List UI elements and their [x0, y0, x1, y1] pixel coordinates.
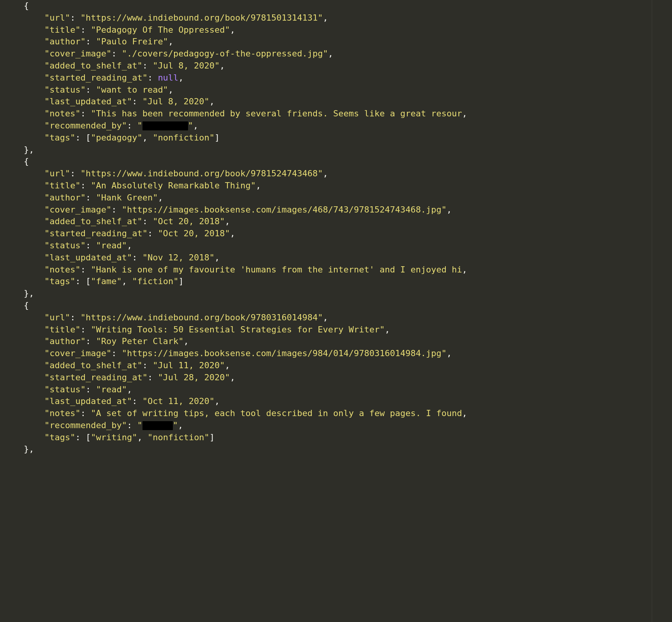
json-comma: ,: [215, 253, 220, 262]
json-colon: :: [142, 61, 153, 70]
json-comma: ,: [323, 313, 328, 322]
json-colon: :: [70, 13, 81, 23]
json-colon: :: [86, 37, 96, 46]
json-key: "started_reading_at": [44, 228, 148, 238]
json-key: "status": [44, 241, 86, 250]
json-string: "Nov 12, 2018": [142, 253, 215, 262]
json-string: "https://www.indiebound.org/book/9781501…: [81, 13, 323, 23]
json-colon: :: [86, 385, 96, 394]
json-string: "Jul 28, 2020": [158, 372, 230, 382]
json-string: "https://images.booksense.com/images/984…: [122, 348, 447, 358]
json-key: "title": [44, 325, 81, 334]
json-comma: ,: [256, 181, 261, 190]
json-string: "A set of writing tips, each tool descri…: [91, 408, 462, 418]
json-key: "cover_image": [44, 348, 111, 358]
json-comma: ,: [385, 325, 390, 334]
json-comma: ,: [193, 121, 198, 130]
json-string: "https://www.indiebound.org/book/9781524…: [81, 169, 323, 178]
json-comma: ,: [230, 228, 235, 238]
json-key: "started_reading_at": [44, 372, 148, 382]
json-comma: ,: [462, 265, 467, 274]
json-string: "This has been recommended by several fr…: [91, 109, 462, 118]
json-key: "url": [44, 313, 70, 322]
json-comma: ,: [137, 432, 148, 442]
json-string: "Jul 8, 2020": [142, 97, 209, 106]
json-string: "writing": [91, 432, 137, 442]
json-colon: :: [148, 228, 158, 238]
json-colon: :: [111, 348, 122, 358]
redacted-text: [142, 121, 188, 130]
json-comma: ,: [209, 97, 215, 106]
json-string: "Writing Tools: 50 Essential Strategies …: [91, 325, 385, 334]
json-colon: :: [81, 25, 91, 35]
json-colon: :: [142, 216, 153, 226]
json-comma: ,: [323, 169, 328, 178]
redacted-text: [142, 421, 173, 430]
json-colon: :: [111, 205, 122, 214]
json-colon: :: [70, 313, 81, 322]
json-key: "recommended_by": [44, 420, 127, 430]
json-key: "title": [44, 25, 81, 35]
editor-ruler: [652, 0, 652, 622]
json-string: "want to read": [96, 85, 168, 95]
json-string: "Oct 20, 2018": [153, 216, 225, 226]
json-key: "started_reading_at": [44, 73, 148, 83]
code-editor[interactable]: { "url": "https://www.indiebound.org/boo…: [0, 0, 672, 622]
json-string: "pedagogy": [91, 133, 142, 142]
json-brace-open: {: [24, 156, 29, 166]
json-key: "added_to_shelf_at": [44, 360, 142, 370]
json-colon: :: [75, 133, 86, 142]
json-string: "Hank is one of my favourite 'humans fro…: [91, 265, 462, 274]
json-string: "Oct 11, 2020": [142, 396, 215, 406]
json-comma: ,: [225, 360, 230, 370]
json-comma: ,: [447, 205, 452, 214]
json-comma: ,: [215, 396, 220, 406]
json-key: "recommended_by": [44, 121, 127, 130]
json-colon: :: [81, 325, 91, 334]
json-string: "read": [96, 241, 127, 250]
json-colon: :: [81, 265, 91, 274]
json-colon: :: [70, 169, 81, 178]
json-comma: ,: [462, 408, 467, 418]
json-key: "status": [44, 85, 86, 95]
json-comma: ,: [230, 372, 235, 382]
json-comma: ,: [29, 288, 34, 298]
json-colon: :: [148, 73, 158, 83]
json-string: "Roy Peter Clark": [96, 336, 183, 346]
json-comma: ,: [142, 133, 153, 142]
json-comma: ,: [328, 49, 333, 58]
json-comma: ,: [230, 25, 235, 35]
json-colon: :: [86, 336, 96, 346]
json-brace-open: {: [24, 300, 29, 310]
json-string: "read": [96, 385, 127, 394]
json-comma: ,: [184, 336, 189, 346]
json-colon: :: [132, 396, 142, 406]
json-colon: :: [81, 408, 91, 418]
json-comma: ,: [447, 348, 452, 358]
json-colon: :: [81, 109, 91, 118]
json-colon: :: [81, 181, 91, 190]
json-string: "https://images.booksense.com/images/468…: [122, 205, 447, 214]
json-string: ": [173, 420, 178, 430]
json-bracket-open: [: [86, 276, 91, 286]
json-brace-close: }: [24, 444, 29, 454]
json-comma: ,: [29, 145, 34, 155]
json-colon: :: [86, 241, 96, 250]
json-colon: :: [142, 360, 153, 370]
json-key: "author": [44, 37, 86, 46]
json-colon: :: [86, 193, 96, 202]
code-content[interactable]: { "url": "https://www.indiebound.org/boo…: [0, 0, 672, 455]
json-key: "cover_image": [44, 205, 111, 214]
json-comma: ,: [178, 73, 183, 83]
json-string: "nonfiction": [148, 432, 209, 442]
json-string: "fame": [91, 276, 121, 286]
json-comma: ,: [127, 241, 132, 250]
json-string: "Jul 8, 2020": [153, 61, 220, 70]
json-colon: :: [127, 121, 137, 130]
json-key: "notes": [44, 109, 81, 118]
json-colon: :: [132, 253, 142, 262]
json-colon: :: [132, 97, 142, 106]
json-comma: ,: [323, 13, 328, 23]
json-key: "title": [44, 181, 81, 190]
json-string: ": [137, 420, 142, 430]
